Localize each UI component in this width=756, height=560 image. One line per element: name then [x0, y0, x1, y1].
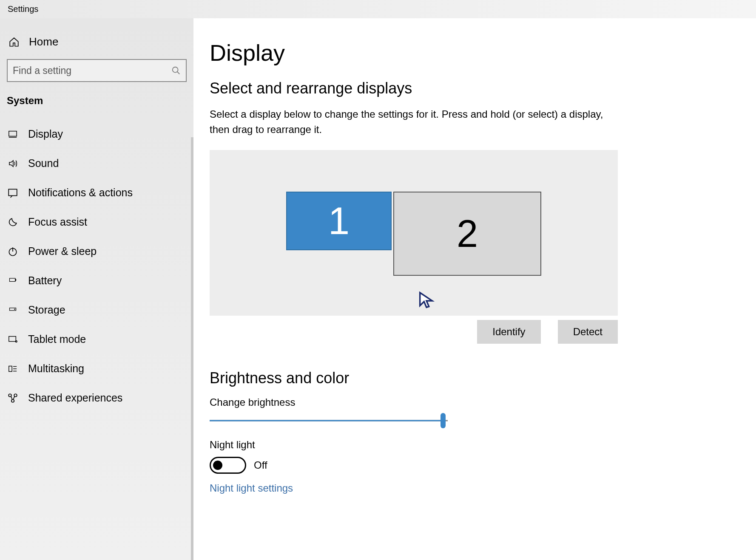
- svg-point-12: [15, 340, 17, 342]
- sidebar-item-label: Notifications & actions: [28, 187, 133, 199]
- brightness-slider[interactable]: [210, 414, 448, 427]
- tablet-mode-icon: [7, 334, 19, 345]
- focus-assist-icon: [7, 216, 19, 228]
- svg-rect-7: [10, 278, 16, 282]
- svg-rect-4: [9, 189, 17, 195]
- display-arrangement-area[interactable]: 1 2: [210, 150, 618, 316]
- night-light-state: Off: [254, 459, 267, 471]
- home-icon: [9, 37, 20, 48]
- sidebar-item-label: Focus assist: [28, 216, 87, 228]
- identify-button[interactable]: Identify: [477, 320, 540, 344]
- shared-experiences-icon: [7, 392, 19, 404]
- storage-icon: [7, 304, 19, 316]
- svg-point-0: [173, 67, 178, 73]
- sidebar-item-storage[interactable]: Storage: [0, 295, 193, 325]
- sidebar-item-sound[interactable]: Sound: [0, 149, 193, 178]
- sidebar-item-battery[interactable]: Battery: [0, 266, 193, 295]
- home-label: Home: [29, 35, 58, 48]
- svg-point-19: [11, 399, 14, 402]
- sidebar-item-notifications[interactable]: Notifications & actions: [0, 178, 193, 207]
- sidebar: Home System Display Sound Notifications …: [0, 18, 193, 560]
- brightness-slider-label: Change brightness: [210, 396, 730, 408]
- search-input-container[interactable]: [7, 59, 187, 82]
- page-title: Display: [210, 40, 730, 66]
- power-icon: [7, 246, 19, 257]
- sidebar-item-label: Power & sleep: [28, 245, 97, 257]
- brightness-heading: Brightness and color: [210, 369, 730, 387]
- sidebar-item-tablet-mode[interactable]: Tablet mode: [0, 325, 193, 354]
- night-light-label: Night light: [210, 439, 730, 451]
- sidebar-item-shared-experiences[interactable]: Shared experiences: [0, 383, 193, 413]
- sidebar-item-label: Display: [28, 128, 63, 140]
- sound-icon: [7, 158, 19, 170]
- sidebar-item-label: Sound: [28, 157, 59, 170]
- svg-rect-2: [9, 131, 17, 136]
- battery-icon: [7, 275, 19, 287]
- svg-line-1: [177, 72, 180, 74]
- sidebar-item-home[interactable]: Home: [0, 31, 193, 59]
- slider-thumb[interactable]: [441, 413, 446, 428]
- slider-fill: [210, 420, 443, 421]
- sidebar-item-label: Battery: [28, 274, 62, 287]
- sidebar-item-label: Multitasking: [28, 362, 84, 375]
- monitor-1[interactable]: 1: [286, 192, 392, 250]
- toggle-knob: [213, 461, 222, 470]
- notifications-icon: [7, 187, 19, 199]
- detect-button[interactable]: Detect: [558, 320, 618, 344]
- sidebar-item-label: Shared experiences: [28, 392, 122, 404]
- night-light-settings-link[interactable]: Night light settings: [210, 482, 730, 494]
- sidebar-item-label: Storage: [28, 304, 65, 316]
- arrange-heading: Select and rearrange displays: [210, 79, 730, 97]
- multitasking-icon: [7, 363, 19, 375]
- night-light-toggle[interactable]: [210, 457, 246, 474]
- display-icon: [7, 128, 19, 140]
- sidebar-item-display[interactable]: Display: [0, 119, 193, 149]
- arrange-description: Select a display below to change the set…: [210, 107, 618, 137]
- svg-point-10: [14, 309, 15, 310]
- sidebar-section-label: System: [0, 95, 193, 119]
- svg-rect-13: [9, 366, 12, 371]
- sidebar-item-label: Tablet mode: [28, 333, 86, 345]
- svg-rect-8: [15, 279, 16, 280]
- search-input[interactable]: [13, 65, 171, 76]
- sidebar-item-multitasking[interactable]: Multitasking: [0, 354, 193, 383]
- monitor-2[interactable]: 2: [393, 192, 541, 276]
- window-title: Settings: [0, 0, 756, 18]
- sidebar-item-power-sleep[interactable]: Power & sleep: [0, 237, 193, 266]
- main-content: Display Select and rearrange displays Se…: [193, 18, 756, 560]
- svg-rect-11: [9, 336, 16, 341]
- sidebar-item-focus-assist[interactable]: Focus assist: [0, 207, 193, 237]
- search-icon: [171, 66, 181, 75]
